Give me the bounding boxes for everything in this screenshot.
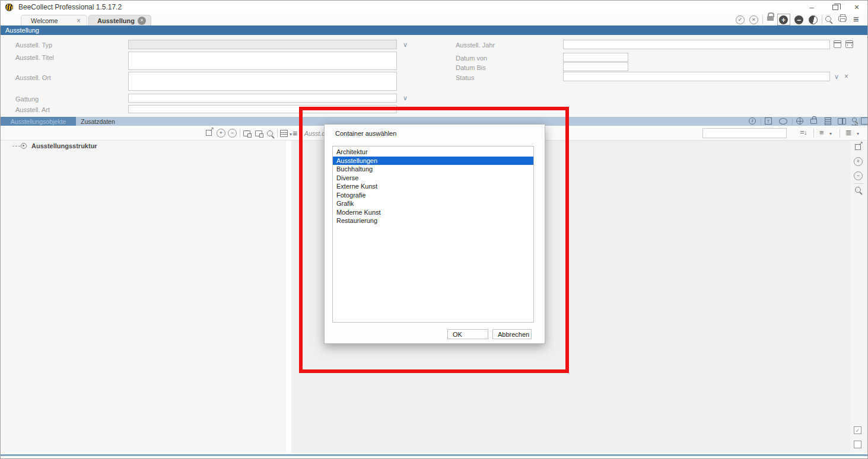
rail-open-external-button[interactable] [855, 144, 861, 150]
titel-field[interactable] [128, 52, 397, 70]
plus-circle-icon: + [779, 15, 788, 24]
tree-branch-dash [12, 146, 20, 146]
status-field[interactable] [563, 72, 830, 81]
calendar-glyph [834, 40, 841, 48]
tree-remove-button[interactable]: − [228, 129, 237, 138]
section-title: Ausstellung [5, 27, 39, 34]
calendar-range-icon[interactable] [845, 40, 853, 48]
detail-view-caret-icon[interactable]: ▾ [857, 132, 859, 136]
tree-root-node[interactable]: Ausstellungsstruktur [12, 142, 97, 150]
calendar-range-glyph [845, 40, 853, 48]
speech-bubble-icon [779, 118, 787, 125]
subtab-zusatzdaten[interactable]: Zusatzdaten [81, 118, 115, 125]
ort-field[interactable] [128, 72, 397, 91]
text-tool-button[interactable]: T [765, 117, 772, 125]
close-window-button[interactable]: × [848, 1, 866, 14]
typ-field[interactable] [128, 40, 397, 49]
list-view-button[interactable]: ≡ [819, 128, 824, 137]
lock-button[interactable] [767, 16, 774, 21]
separator [792, 118, 793, 125]
catalog-button[interactable] [838, 118, 846, 125]
plus-outline-icon: + [217, 129, 225, 138]
printer-icon [838, 16, 847, 21]
art-label: Ausstell. Art [15, 106, 50, 113]
detail-view-button[interactable]: ≣ [845, 128, 852, 137]
typ-chevron-down-icon[interactable]: ∨ [403, 42, 408, 48]
magnifier-icon [855, 187, 861, 193]
separator [277, 129, 278, 138]
boxed-t-icon: T [765, 117, 772, 125]
datum-bis-field[interactable] [563, 62, 628, 71]
remove-record-button[interactable]: − [794, 15, 803, 24]
panel-toggle-button[interactable] [861, 117, 868, 125]
half-record-button[interactable] [809, 15, 818, 24]
view-grid-button[interactable] [280, 130, 288, 137]
confirm-button[interactable]: ✓ [736, 15, 745, 24]
close-glyph: × [140, 18, 143, 23]
tree-search-button[interactable] [267, 130, 273, 136]
minus-outline-icon: − [854, 171, 863, 180]
objects-search-input[interactable] [702, 128, 787, 138]
gattung-field[interactable] [128, 94, 397, 103]
gattung-chevron-down-icon[interactable]: ∨ [403, 95, 408, 101]
rail-checkbox-empty[interactable] [854, 441, 861, 448]
datum-von-field[interactable] [563, 53, 628, 62]
rail-search-button[interactable] [855, 187, 861, 193]
calendar-icon[interactable] [834, 40, 841, 48]
status-chevron-down-icon[interactable]: ∨ [834, 74, 839, 80]
app-window: BeeCollect Professional 1.5.17.2 – × Wel… [0, 0, 868, 459]
basket-button[interactable] [810, 119, 817, 124]
magnifier-icon [267, 130, 273, 136]
info-icon: i [749, 117, 756, 125]
list-icon: ≡ [819, 128, 824, 137]
jahr-field[interactable] [563, 40, 830, 49]
sort-button[interactable]: ↓ [800, 129, 807, 136]
separator [813, 129, 814, 138]
document-button[interactable] [825, 117, 831, 125]
tab-welcome-close-icon[interactable]: × [77, 17, 81, 25]
rail-remove-button[interactable]: − [854, 171, 863, 180]
title-bar: BeeCollect Professional 1.5.17.2 [1, 1, 868, 14]
checkbox-empty-icon [854, 441, 861, 448]
separator [859, 118, 860, 125]
add-record-button[interactable]: + [779, 15, 788, 24]
detail-list-icon: ≣ [845, 128, 852, 137]
cancel-button[interactable]: × [749, 15, 758, 24]
print-button[interactable] [838, 16, 847, 21]
section-header: Ausstellung [1, 26, 868, 35]
web-button[interactable] [796, 117, 803, 125]
list-view-caret-icon[interactable]: ▾ [829, 132, 832, 136]
restore-button[interactable] [826, 1, 844, 14]
rail-checkbox-checked[interactable]: ✓ [854, 426, 861, 434]
separator [822, 15, 822, 24]
close-icon: × [854, 2, 859, 12]
collapse-node-button[interactable] [255, 130, 262, 136]
tab-ausstellung[interactable]: Ausstellung × [88, 15, 151, 26]
separator [854, 183, 863, 184]
typ-label: Ausstell. Typ [15, 42, 52, 49]
objects-menu-button[interactable]: ≡ [292, 129, 297, 138]
tab-welcome[interactable]: Welcome × [21, 15, 87, 26]
comment-button[interactable] [779, 118, 787, 125]
tree-add-button[interactable]: + [217, 129, 225, 138]
tree-open-external-button[interactable] [206, 130, 212, 136]
datum-bis-label: Datum Bis [456, 64, 486, 71]
checkbox-checked-icon: ✓ [854, 426, 861, 434]
hamburger-icon: ≡ [292, 129, 297, 138]
panel-divider[interactable] [286, 141, 291, 453]
separator [761, 118, 761, 125]
menu-button[interactable]: ≡ [853, 14, 859, 25]
status-clear-icon[interactable]: × [844, 73, 848, 80]
minimize-button[interactable]: – [803, 1, 821, 14]
minus-circle-icon: − [794, 15, 803, 24]
open-external-icon [206, 130, 212, 136]
x-circle-icon: × [749, 15, 758, 24]
tab-ausstellung-close-icon[interactable]: × [138, 17, 146, 25]
plus-outline-icon: + [854, 157, 863, 166]
rail-add-button[interactable]: + [854, 157, 863, 166]
subtab-ausstellungsobjekte[interactable]: Ausstellungsobjekte [1, 117, 76, 126]
info-button[interactable]: i [749, 117, 756, 125]
expand-node-button[interactable] [243, 130, 250, 136]
grid-caret-down-icon[interactable]: ▾ [290, 132, 292, 137]
search-button[interactable] [825, 16, 831, 22]
